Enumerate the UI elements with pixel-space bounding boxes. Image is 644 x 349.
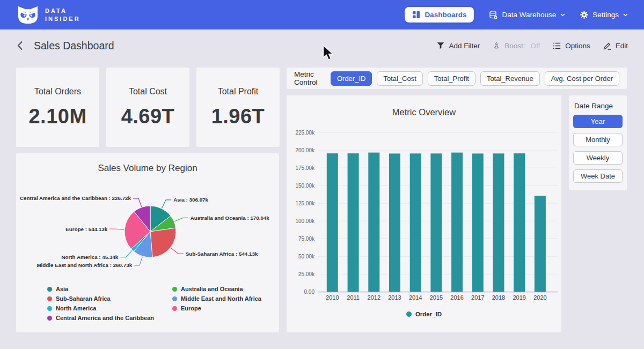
pie-chart-title: Sales Volume by Region: [16, 153, 279, 174]
pie-leader-line: [162, 200, 172, 208]
y-axis-tick: 200.00k: [295, 147, 315, 153]
bar-2020[interactable]: [535, 196, 546, 292]
metric-button-total-profit[interactable]: Total_Profit: [428, 71, 475, 86]
rocket-icon: [493, 42, 500, 50]
x-axis-tick: 2016: [450, 294, 463, 301]
kpi-label: Total Profit: [218, 87, 259, 96]
pie-label-asia: Asia : 306.07k: [173, 197, 208, 203]
date-range-button-monthly[interactable]: Monthly: [573, 133, 623, 146]
pie-label-north-america: North America : 45.34k: [61, 254, 118, 260]
dashboards-label: Dashboards: [425, 11, 466, 19]
x-axis-tick: 2011: [347, 294, 360, 301]
bar-2016[interactable]: [451, 153, 463, 292]
x-axis-tick: 2012: [368, 294, 380, 301]
chevron-down-icon: [560, 13, 565, 17]
bar-2017[interactable]: [472, 153, 484, 292]
pie-label-sub-saharan-africa: Sub-Saharan Africa : 544.13k: [186, 251, 258, 257]
sales-volume-card: Sales Volume by Region Asia : 306.07kAus…: [16, 153, 279, 332]
y-axis-tick: 100.00k: [295, 218, 315, 224]
gear-icon: [580, 11, 588, 19]
x-axis-tick: 2014: [409, 294, 422, 301]
metric-button-avg-cost-per-order[interactable]: Avg. Cost per Order: [545, 71, 619, 86]
bar-2010[interactable]: [327, 153, 338, 292]
legend-item-sub-saharan-africa[interactable]: Sub-Saharan Africa: [47, 295, 154, 302]
kpi-value: 4.69T: [121, 105, 175, 128]
page-actions: Add Filter Boost:Off Options: [437, 42, 628, 50]
options-label: Options: [565, 42, 590, 50]
y-axis-tick: 50.00k: [298, 254, 315, 259]
legend-item-order-id[interactable]: Order_ID: [406, 311, 442, 317]
bar-2012[interactable]: [368, 153, 379, 292]
filter-icon: [437, 42, 444, 49]
chevron-left-icon: [17, 41, 23, 50]
legend-item-europe[interactable]: Europe: [172, 305, 261, 311]
pencil-icon: [603, 42, 611, 50]
bar-2018[interactable]: [493, 153, 504, 292]
legend-label: North America: [56, 305, 96, 311]
bar-2011[interactable]: [348, 153, 359, 292]
metric-button-total-cost[interactable]: Total_Cost: [377, 71, 422, 86]
dashboards-button[interactable]: Dashboards: [405, 7, 474, 23]
date-range-button-weekly[interactable]: Weekly: [573, 151, 623, 165]
x-axis-tick: 2010: [326, 294, 339, 301]
metric-control-bar: Metric Control Order_IDTotal_CostTotal_P…: [287, 68, 627, 89]
y-axis-tick: 0.00: [304, 289, 315, 295]
settings-menu[interactable]: Settings: [580, 11, 628, 19]
kpi-card-total-cost: Total Cost 4.69T: [106, 68, 189, 147]
y-axis-tick: 225.00k: [295, 130, 315, 136]
pie-label-central-america-and-the-caribbean: Central America and the Caribbean : 226.…: [20, 195, 131, 201]
kpi-value: 2.10M: [28, 105, 86, 128]
x-axis-tick: 2017: [471, 294, 484, 301]
pie-leader-line: [174, 218, 188, 221]
metric-button-group: Order_IDTotal_CostTotal_ProfitTotal_Reve…: [331, 71, 619, 86]
kpi-card-total-profit: Total Profit 1.96T: [196, 68, 280, 147]
bar-2019[interactable]: [514, 153, 525, 292]
kpi-value: 1.96T: [211, 105, 265, 128]
x-axis-tick: 2019: [513, 294, 525, 301]
pie-leader-line: [133, 198, 142, 207]
brand-text: DATA INSIDER: [45, 7, 80, 23]
add-filter-button[interactable]: Add Filter: [437, 42, 480, 50]
bar-2013[interactable]: [389, 153, 400, 292]
date-range-button-group: YearMonthlyWeeklyWeek Date: [573, 115, 623, 183]
kpi-card-total-orders: Total Orders 2.10M: [16, 68, 99, 147]
brand[interactable]: DATA INSIDER: [16, 5, 80, 25]
legend-item-asia[interactable]: Asia: [47, 286, 154, 292]
legend-dot: [406, 311, 412, 317]
legend-item-middle-east-and-north-africa[interactable]: Middle East and North Africa: [172, 295, 261, 302]
legend-item-north-america[interactable]: North America: [47, 305, 154, 311]
legend-item-central-america-and-the-caribbean[interactable]: Central America and the Caribbean: [47, 315, 154, 321]
back-button[interactable]: [16, 40, 24, 51]
pie-leader-line: [109, 229, 124, 229]
legend-label: Order_ID: [415, 311, 442, 317]
legend-dot: [47, 296, 52, 301]
data-warehouse-menu[interactable]: Data Warehouse: [489, 11, 565, 19]
bar-2014[interactable]: [410, 153, 421, 292]
legend-label: Australia and Oceania: [181, 286, 243, 292]
metric-overview-card: Metric Overview 0.0025.00k50.00k75.00k10…: [287, 95, 561, 332]
owl-logo-icon: [16, 5, 40, 25]
legend-dot: [172, 287, 177, 292]
metric-control-label: Metric Control: [294, 70, 323, 86]
boost-toggle[interactable]: Boost:Off: [493, 42, 540, 50]
date-range-button-week-date[interactable]: Week Date: [573, 169, 623, 183]
legend-item-australia-and-oceania[interactable]: Australia and Oceania: [172, 286, 261, 292]
metric-button-order-id[interactable]: Order_ID: [331, 71, 372, 86]
pie-slice-sub-saharan-africa[interactable]: [150, 228, 176, 257]
pie-chart: Asia : 306.07kAustralia and Oceania : 17…: [16, 179, 279, 286]
y-axis-tick: 25.00k: [298, 271, 315, 277]
date-range-button-year[interactable]: Year: [573, 115, 623, 128]
legend-dot: [47, 287, 52, 292]
pie-label-middle-east-and-north-africa: Middle East and North Africa : 260.73k: [36, 262, 132, 268]
date-range-panel: Date Range YearMonthlyWeeklyWeek Date: [569, 95, 627, 190]
legend-label: Central America and the Caribbean: [56, 315, 154, 321]
y-axis-tick: 150.00k: [295, 183, 315, 189]
edit-button[interactable]: Edit: [603, 42, 628, 50]
pie-chart-legend: AsiaSub-Saharan AfricaNorth AmericaCentr…: [47, 286, 261, 321]
legend-dot: [172, 306, 177, 311]
page-header: Sales Dashboard Add Filter Boost:Off: [0, 29, 644, 62]
bar-2015[interactable]: [430, 153, 442, 292]
boost-label: Boost:: [504, 42, 525, 50]
metric-button-total-revenue[interactable]: Total_Revenue: [480, 71, 540, 86]
options-button[interactable]: Options: [553, 42, 590, 50]
